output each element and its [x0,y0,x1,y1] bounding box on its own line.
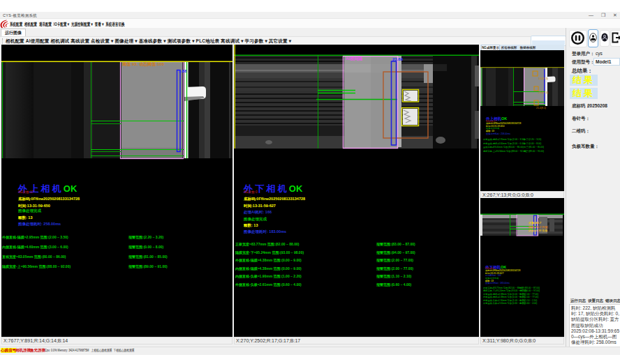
svg-text:18.4(9.3): 18.4(9.3) [538,77,548,80]
svg-text:正极=83.7: 正极=83.7 [528,221,542,225]
svg-text:21.4(8.1): 21.4(8.1) [536,107,546,109]
svg-text:23.8(7.4): 23.8(7.4) [538,91,548,94]
